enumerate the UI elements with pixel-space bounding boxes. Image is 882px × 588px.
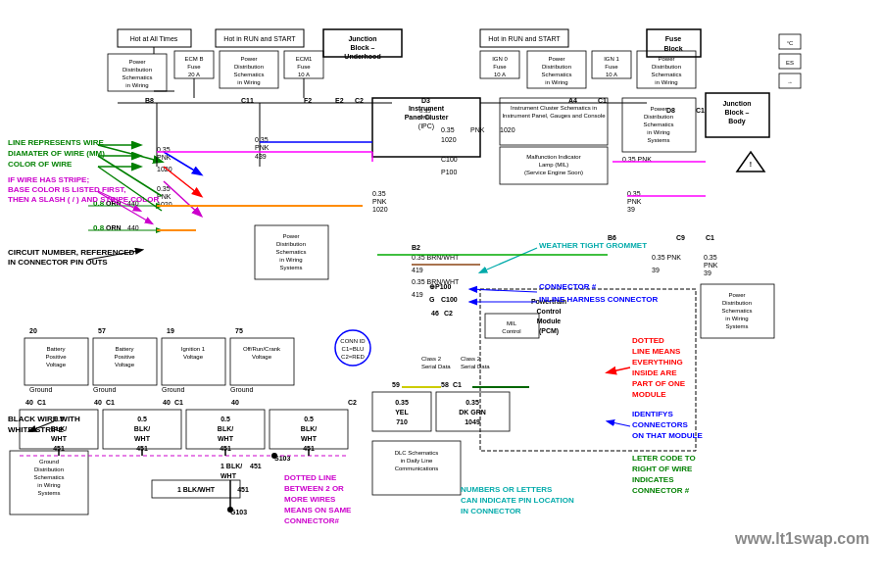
svg-text:Fuse: Fuse [297, 64, 311, 70]
svg-text:Off/Run/Crank: Off/Run/Crank [243, 346, 281, 352]
svg-text:INSIDE ARE: INSIDE ARE [632, 368, 677, 377]
svg-text:Distribution: Distribution [34, 466, 64, 472]
svg-text:MODULE: MODULE [632, 390, 666, 399]
svg-text:C1=BLU: C1=BLU [342, 346, 365, 352]
svg-text:Schematics: Schematics [33, 474, 64, 480]
svg-text:Systems: Systems [725, 323, 748, 329]
svg-text:C1: C1 [696, 107, 705, 114]
svg-text:Power: Power [128, 59, 145, 65]
svg-text:Fuse: Fuse [493, 64, 507, 70]
svg-text:in Wiring: in Wiring [545, 79, 567, 85]
svg-text:C9: C9 [676, 234, 685, 241]
svg-text:Serial Data: Serial Data [421, 364, 451, 369]
svg-text:Distribution: Distribution [542, 64, 571, 70]
svg-text:CONNECTOR #: CONNECTOR # [632, 486, 690, 495]
svg-text:0.35: 0.35 [372, 190, 386, 197]
svg-text:B6: B6 [608, 234, 616, 241]
svg-text:Voltage: Voltage [115, 362, 135, 368]
svg-text:Instrument: Instrument [409, 105, 445, 112]
svg-text:C2: C2 [348, 399, 357, 406]
svg-text:Class 2: Class 2 [421, 356, 442, 362]
svg-text:G: G [429, 296, 435, 303]
svg-text:DLC Schematics: DLC Schematics [395, 450, 439, 456]
svg-text:⊕P100: ⊕P100 [429, 283, 451, 290]
svg-text:C1: C1 [706, 234, 714, 241]
svg-text:IF WIRE HAS STRIPE;: IF WIRE HAS STRIPE; [8, 175, 89, 184]
svg-text:0.35: 0.35 [441, 126, 455, 133]
svg-text:Ground: Ground [230, 386, 253, 393]
svg-text:in Wiring: in Wiring [725, 316, 748, 321]
svg-text:Fuse: Fuse [665, 35, 681, 42]
svg-text:WHT: WHT [218, 435, 234, 442]
svg-text:Positive: Positive [114, 354, 135, 360]
svg-text:BLK/: BLK/ [218, 425, 233, 432]
svg-text:Panel Cluster: Panel Cluster [405, 114, 449, 121]
svg-text:1049: 1049 [465, 418, 480, 425]
svg-text:Body: Body [728, 118, 746, 125]
svg-text:Serial Data: Serial Data [461, 364, 490, 369]
svg-text:C2: C2 [444, 310, 453, 317]
svg-text:Schematics: Schematics [275, 249, 306, 255]
svg-text:Fuse: Fuse [187, 64, 201, 70]
svg-text:PART OF ONE: PART OF ONE [632, 379, 686, 388]
svg-text:0.5: 0.5 [220, 416, 230, 422]
svg-text:IN CONNECTOR: IN CONNECTOR [461, 507, 521, 515]
svg-text:THEN A SLASH ( / ) AND STRIPE : THEN A SLASH ( / ) AND STRIPE COLOR [8, 195, 159, 204]
svg-text:0.35: 0.35 [704, 254, 717, 261]
svg-text:in Wiring: in Wiring [647, 129, 669, 135]
svg-text:Battery: Battery [46, 346, 65, 352]
svg-text:BLK/: BLK/ [134, 425, 150, 432]
svg-text:39: 39 [704, 270, 711, 276]
svg-text:Lamp (MIL): Lamp (MIL) [539, 162, 569, 168]
svg-text:39: 39 [627, 206, 635, 213]
svg-text:Junction: Junction [722, 100, 751, 107]
svg-text:439: 439 [255, 153, 267, 160]
svg-text:40: 40 [231, 399, 239, 406]
svg-text:Power: Power [658, 56, 674, 62]
svg-text:C1: C1 [106, 399, 115, 406]
svg-text:419: 419 [412, 267, 423, 273]
svg-text:Systems: Systems [279, 265, 302, 270]
svg-text:0.5: 0.5 [137, 416, 147, 422]
svg-text:RIGHT OF WIRE: RIGHT OF WIRE [632, 465, 693, 473]
svg-text:CAN INDICATE PIN LOCATION: CAN INDICATE PIN LOCATION [461, 496, 574, 505]
svg-text:Schematics: Schematics [721, 308, 752, 314]
svg-text:Control: Control [502, 328, 520, 334]
svg-text:Power: Power [240, 56, 257, 62]
svg-text:WHT: WHT [51, 435, 68, 442]
svg-text:Power: Power [282, 233, 299, 239]
svg-text:CONNECTORS: CONNECTORS [632, 420, 688, 429]
svg-point-318 [271, 453, 277, 459]
svg-text:58: 58 [441, 381, 449, 388]
svg-text:Hot in RUN and START: Hot in RUN and START [223, 35, 296, 42]
svg-text:in Wiring: in Wiring [279, 257, 302, 263]
svg-text:Control: Control [537, 308, 562, 315]
svg-text:Schematics: Schematics [643, 122, 673, 127]
svg-text:Hot in RUN and START: Hot in RUN and START [488, 35, 561, 42]
svg-text:PNK: PNK [470, 126, 485, 133]
svg-text:in Wiring: in Wiring [37, 482, 60, 488]
svg-text:0.35: 0.35 [466, 399, 479, 406]
svg-text:in Daily Line: in Daily Line [401, 458, 433, 464]
svg-text:57: 57 [98, 327, 106, 334]
svg-text:PNK: PNK [255, 144, 270, 151]
svg-text:0.35: 0.35 [395, 399, 409, 406]
svg-text:EVERYTHING: EVERYTHING [632, 358, 683, 367]
svg-text:Power: Power [728, 292, 745, 298]
svg-text:IGN 0: IGN 0 [492, 56, 508, 62]
svg-text:MEANS ON SAME: MEANS ON SAME [284, 506, 352, 514]
svg-text:Positive: Positive [45, 354, 67, 360]
svg-text:PNK: PNK [627, 198, 642, 205]
svg-text:Battery: Battery [115, 346, 133, 352]
svg-text:Power: Power [650, 106, 666, 112]
svg-text:LINE REPRESENTS WIRE: LINE REPRESENTS WIRE [8, 138, 104, 147]
svg-text:LETER CODE TO: LETER CODE TO [632, 454, 696, 463]
svg-text:Schematics: Schematics [541, 72, 571, 77]
svg-text:CIRCUIT NUMBER, REFERENCED: CIRCUIT NUMBER, REFERENCED [8, 248, 135, 257]
svg-text:IDENTIFYS: IDENTIFYS [632, 410, 673, 418]
svg-text:1020: 1020 [500, 126, 515, 133]
svg-text:0.5: 0.5 [304, 416, 314, 422]
svg-text:WHITE STRIPE: WHITE STRIPE [8, 425, 65, 434]
svg-text:1 BLK/: 1 BLK/ [220, 463, 242, 469]
svg-text:WHT: WHT [220, 472, 237, 479]
